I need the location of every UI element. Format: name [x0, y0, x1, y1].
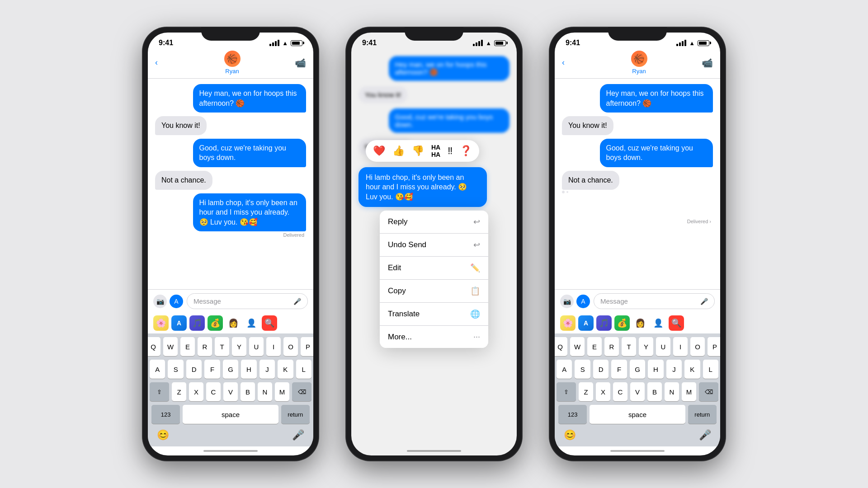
key-shift[interactable]: ⇧	[150, 382, 169, 401]
message-input-left[interactable]: Message 🎤	[187, 293, 308, 309]
key-k[interactable]: K	[278, 360, 293, 379]
bubble-sent-3[interactable]: Good, cuz we're taking you boys down.	[193, 139, 307, 167]
context-copy[interactable]: Copy 📋	[380, 280, 488, 303]
reaction-exclaim[interactable]: ‼️	[448, 145, 453, 157]
key-x[interactable]: X	[189, 382, 203, 401]
key-right-v[interactable]: V	[630, 382, 645, 401]
key-n[interactable]: N	[258, 382, 272, 401]
mic-button-right[interactable]: 🎤	[699, 429, 711, 441]
key-right-j[interactable]: J	[666, 360, 682, 379]
key-right-delete[interactable]: ⌫	[699, 382, 718, 401]
context-more[interactable]: More... ···	[380, 326, 488, 348]
key-right-h[interactable]: H	[648, 360, 663, 379]
key-t[interactable]: T	[215, 337, 229, 356]
video-button-left[interactable]: 📹	[295, 57, 306, 68]
key-right-g[interactable]: G	[630, 360, 645, 379]
video-button-right[interactable]: 📹	[702, 57, 713, 68]
key-right-r[interactable]: R	[604, 337, 619, 356]
key-right-space[interactable]: space	[590, 405, 685, 424]
photos-app-icon-right[interactable]: 🌸	[560, 315, 576, 331]
key-z[interactable]: Z	[172, 382, 186, 401]
key-q[interactable]: Q	[148, 337, 160, 356]
reaction-thumbsup[interactable]: 👍	[392, 145, 405, 157]
key-e[interactable]: E	[180, 337, 195, 356]
soundwave-app-icon[interactable]: 🎵	[189, 315, 205, 331]
context-undo-send[interactable]: Undo Send ↩	[380, 234, 488, 257]
mic-button[interactable]: 🎤	[292, 429, 304, 441]
search-app-icon[interactable]: 🔍	[262, 315, 277, 331]
key-right-w[interactable]: W	[570, 337, 585, 356]
key-right-s[interactable]: S	[575, 360, 590, 379]
key-right-p[interactable]: P	[708, 337, 720, 356]
key-right-e[interactable]: E	[587, 337, 602, 356]
key-b[interactable]: B	[241, 382, 255, 401]
key-y[interactable]: Y	[232, 337, 246, 356]
key-right-q[interactable]: Q	[555, 337, 567, 356]
key-right-shift[interactable]: ⇧	[557, 382, 576, 401]
context-translate[interactable]: Translate 🌐	[380, 303, 488, 326]
key-return[interactable]: return	[281, 405, 310, 424]
reaction-question[interactable]: ❓	[460, 145, 472, 157]
bubble-received-right-2[interactable]: You know it!	[562, 116, 613, 135]
key-u[interactable]: U	[249, 337, 264, 356]
key-s[interactable]: S	[168, 360, 183, 379]
bubble-sent-1[interactable]: Hey man, we on for hoops this afternoon?…	[193, 84, 307, 113]
appstore-app-icon[interactable]: A	[171, 315, 187, 331]
key-i[interactable]: I	[266, 337, 281, 356]
key-g[interactable]: G	[223, 360, 238, 379]
bubble-received-4[interactable]: Not a chance.	[155, 171, 212, 190]
key-c[interactable]: C	[206, 382, 221, 401]
search-app-icon-right[interactable]: 🔍	[669, 315, 684, 331]
avatar2-app-icon-right[interactable]: 👤	[651, 315, 666, 331]
key-m[interactable]: M	[275, 382, 289, 401]
message-input-right[interactable]: Message 🎤	[594, 293, 715, 309]
key-r[interactable]: R	[198, 337, 212, 356]
key-delete[interactable]: ⌫	[292, 382, 311, 401]
avatar2-app-icon[interactable]: 👤	[244, 315, 259, 331]
key-l[interactable]: L	[296, 360, 311, 379]
key-right-b[interactable]: B	[647, 382, 662, 401]
bubble-sent-right-3[interactable]: Good, cuz we're taking you boys down.	[600, 139, 713, 167]
emoji-button-right[interactable]: 😊	[564, 429, 576, 441]
key-right-t[interactable]: T	[622, 337, 636, 356]
key-right-a[interactable]: A	[557, 360, 572, 379]
bubble-sent-5[interactable]: Hi lamb chop, it's only been an hour and…	[193, 193, 307, 232]
key-f[interactable]: F	[204, 360, 220, 379]
key-right-n[interactable]: N	[665, 382, 679, 401]
cash-app-icon-right[interactable]: 💰	[614, 315, 630, 331]
bubble-received-2[interactable]: You know it!	[155, 116, 207, 135]
key-right-l[interactable]: L	[703, 360, 718, 379]
key-numbers[interactable]: 123	[151, 405, 180, 424]
key-right-o[interactable]: O	[690, 337, 705, 356]
key-right-k[interactable]: K	[684, 360, 700, 379]
back-button-right[interactable]: ‹	[562, 58, 576, 67]
bubble-received-right-4[interactable]: Not a chance.	[562, 171, 619, 190]
key-right-c[interactable]: C	[613, 382, 627, 401]
camera-icon[interactable]: 📷	[153, 295, 167, 308]
key-right-return[interactable]: return	[688, 405, 717, 424]
key-right-u[interactable]: U	[656, 337, 670, 356]
key-right-m[interactable]: M	[682, 382, 696, 401]
key-right-y[interactable]: Y	[639, 337, 653, 356]
context-reply[interactable]: Reply ↩	[380, 211, 488, 234]
reaction-haha[interactable]: HAHA	[431, 144, 440, 158]
key-d[interactable]: D	[186, 360, 202, 379]
avatar1-app-icon[interactable]: 👩	[226, 315, 241, 331]
key-space[interactable]: space	[183, 405, 278, 424]
key-right-i[interactable]: I	[673, 337, 688, 356]
appstore-app-icon-right[interactable]: A	[578, 315, 594, 331]
context-edit[interactable]: Edit ✏️	[380, 257, 488, 280]
reaction-heart[interactable]: ❤️	[373, 145, 385, 157]
reaction-thumbsdown[interactable]: 👎	[412, 145, 424, 157]
key-p[interactable]: P	[301, 337, 313, 356]
photos-app-icon[interactable]: 🌸	[153, 315, 169, 331]
key-right-x[interactable]: X	[596, 382, 610, 401]
bubble-sent-right-1[interactable]: Hey man, we on for hoops this afternoon?…	[600, 84, 713, 113]
key-v[interactable]: V	[223, 382, 238, 401]
appstore-icon-right[interactable]: A	[576, 295, 590, 308]
key-right-numbers[interactable]: 123	[558, 405, 587, 424]
key-o[interactable]: O	[283, 337, 298, 356]
key-j[interactable]: J	[259, 360, 275, 379]
avatar1-app-icon-right[interactable]: 👩	[632, 315, 648, 331]
soundwave-app-icon-right[interactable]: 🎵	[596, 315, 612, 331]
